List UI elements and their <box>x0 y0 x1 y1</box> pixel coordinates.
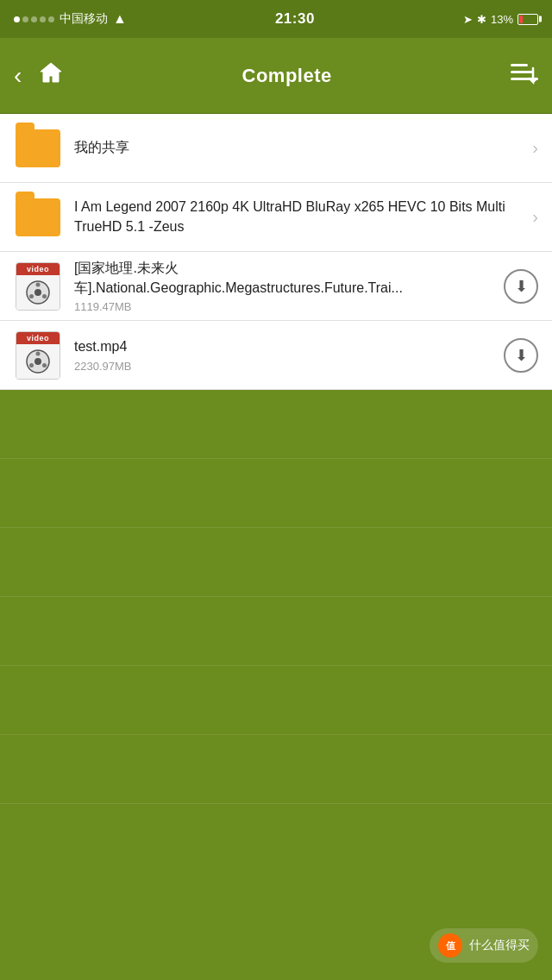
nav-bar: ‹ Complete <box>0 38 552 114</box>
sort-icon <box>511 61 538 85</box>
list-item[interactable]: 我的共享 › <box>0 114 552 183</box>
battery-container <box>518 14 538 25</box>
folder-icon-wrapper <box>14 124 62 173</box>
nav-title: Complete <box>242 65 332 87</box>
chevron-right-icon-2: › <box>532 207 538 227</box>
chevron-right-icon: › <box>532 138 538 158</box>
wifi-icon: ▲ <box>113 11 127 27</box>
download-button-2[interactable]: ⬇ <box>504 338 538 373</box>
divider-6 <box>0 803 552 804</box>
status-bar: 中国移动 ▲ 21:30 ➤ ✱ 13% <box>0 0 552 38</box>
folder-icon-wrapper-2 <box>14 193 62 242</box>
svg-point-13 <box>29 363 34 368</box>
svg-point-7 <box>42 294 47 298</box>
reel-svg-2 <box>24 348 52 375</box>
file-info-4: test.mp4 2230.97MB <box>74 337 497 372</box>
file-list: 我的共享 › I Am Legend 2007 2160p 4K UltraHD… <box>0 114 552 390</box>
home-icon <box>39 61 63 84</box>
sort-button[interactable] <box>511 61 538 91</box>
watermark: 值 什么值得买 <box>430 928 538 963</box>
video-icon-box-1: video <box>16 262 60 311</box>
signal-dot-3 <box>31 16 37 22</box>
battery-fill <box>519 16 523 23</box>
divider-1 <box>0 458 552 459</box>
download-arrow-icon-1: ⬇ <box>515 277 528 296</box>
svg-point-11 <box>36 351 41 355</box>
file-size-4: 2230.97MB <box>74 360 497 373</box>
svg-point-5 <box>34 289 41 296</box>
bluetooth-icon: ✱ <box>477 13 486 26</box>
watermark-text: 什么值得买 <box>469 938 530 953</box>
signal-dot-2 <box>22 16 28 22</box>
video-reel-2 <box>16 344 60 379</box>
video-label-2: video <box>16 332 60 344</box>
divider-2 <box>0 527 552 528</box>
svg-point-10 <box>34 358 41 365</box>
back-button[interactable]: ‹ <box>14 64 22 88</box>
file-name: 我的共享 <box>74 138 525 157</box>
file-name-3: [国家地理.未来火车].National.Geographic.Megastru… <box>74 259 497 298</box>
video-icon-wrapper-2: video <box>14 331 62 380</box>
download-arrow-icon-2: ⬇ <box>515 346 528 365</box>
location-icon: ➤ <box>463 13 473 26</box>
video-icon-box-2: video <box>16 331 60 380</box>
nav-left: ‹ <box>14 61 63 90</box>
file-name-4: test.mp4 <box>74 337 497 356</box>
divider-5 <box>0 734 552 735</box>
folder-icon-2 <box>16 198 60 236</box>
svg-point-8 <box>29 294 34 298</box>
svg-rect-0 <box>511 64 528 66</box>
carrier-label: 中国移动 <box>60 11 108 27</box>
folder-icon <box>16 129 60 167</box>
signal-dot-1 <box>14 16 20 22</box>
list-item[interactable]: video [国家地理.未来火车].National.Geographic.Me… <box>0 252 552 321</box>
battery-percent: 13% <box>491 13 513 26</box>
video-label-1: video <box>16 263 60 275</box>
download-button-1[interactable]: ⬇ <box>504 269 538 304</box>
home-button[interactable] <box>39 61 63 90</box>
svg-rect-1 <box>511 71 533 73</box>
reel-svg-1 <box>24 279 52 306</box>
empty-area <box>0 458 552 980</box>
list-item[interactable]: video test.mp4 2230.97MB ⬇ <box>0 321 552 390</box>
list-item[interactable]: I Am Legend 2007 2160p 4K UltraHD BluRay… <box>0 183 552 252</box>
svg-point-12 <box>42 363 47 368</box>
svg-point-6 <box>36 282 41 286</box>
status-time: 21:30 <box>275 10 315 28</box>
signal-dot-4 <box>40 16 46 22</box>
status-left: 中国移动 ▲ <box>14 11 127 27</box>
signal-dots <box>14 16 54 22</box>
file-info-2: I Am Legend 2007 2160p 4K UltraHD BluRay… <box>74 198 525 236</box>
file-info-3: [国家地理.未来火车].National.Geographic.Megastru… <box>74 259 497 313</box>
status-right: ➤ ✱ 13% <box>463 13 538 26</box>
video-reel-1 <box>16 275 60 310</box>
file-size-3: 1119.47MB <box>74 300 497 313</box>
watermark-badge: 值 <box>438 933 462 958</box>
divider-3 <box>0 596 552 597</box>
signal-dot-5 <box>48 16 54 22</box>
file-name-2: I Am Legend 2007 2160p 4K UltraHD BluRay… <box>74 198 525 236</box>
file-info: 我的共享 <box>74 138 525 157</box>
battery-icon <box>518 14 538 25</box>
divider-4 <box>0 665 552 666</box>
video-icon-wrapper-1: video <box>14 262 62 311</box>
